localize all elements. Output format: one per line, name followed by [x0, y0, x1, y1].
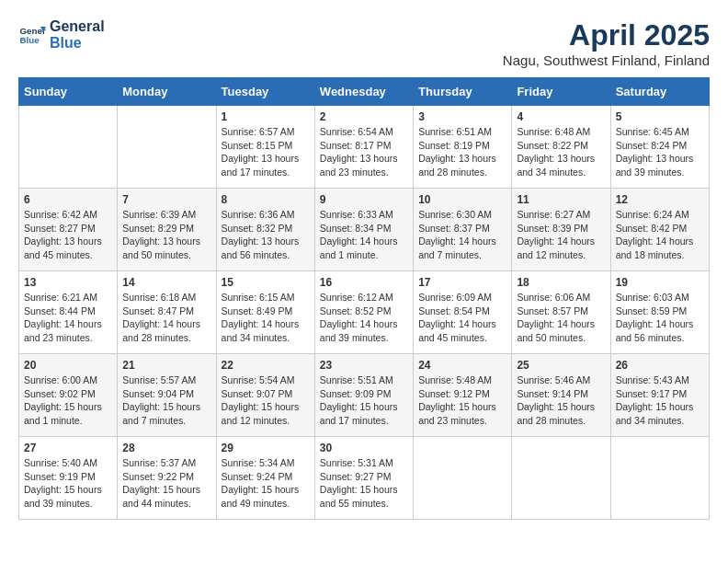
day-info: Sunrise: 6:09 AMSunset: 8:54 PMDaylight:…: [418, 291, 506, 345]
logo-general: General: [50, 18, 105, 35]
title-block: April 2025 Nagu, Southwest Finland, Finl…: [503, 18, 710, 68]
day-number: 17: [418, 276, 506, 289]
month-title: April 2025: [503, 18, 710, 52]
svg-text:Blue: Blue: [20, 35, 40, 45]
calendar-cell: 29Sunrise: 5:34 AMSunset: 9:24 PMDayligh…: [216, 437, 314, 520]
day-info: Sunrise: 6:30 AMSunset: 8:37 PMDaylight:…: [418, 208, 506, 262]
calendar-cell: 25Sunrise: 5:46 AMSunset: 9:14 PMDayligh…: [512, 354, 610, 437]
day-info: Sunrise: 6:15 AMSunset: 8:49 PMDaylight:…: [222, 291, 310, 345]
day-number: 6: [24, 193, 112, 206]
day-number: 1: [222, 110, 310, 123]
day-number: 18: [517, 276, 605, 289]
calendar-cell: [414, 437, 512, 520]
calendar-cell: 6Sunrise: 6:42 AMSunset: 8:27 PMDaylight…: [19, 189, 118, 271]
day-info: Sunrise: 6:24 AMSunset: 8:42 PMDaylight:…: [616, 208, 704, 262]
calendar-cell: 24Sunrise: 5:48 AMSunset: 9:12 PMDayligh…: [414, 354, 512, 437]
calendar-cell: 5Sunrise: 6:45 AMSunset: 8:24 PMDaylight…: [610, 106, 709, 189]
day-number: 16: [320, 276, 408, 289]
day-number: 29: [222, 442, 310, 454]
location: Nagu, Southwest Finland, Finland: [503, 52, 710, 68]
calendar-cell: 27Sunrise: 5:40 AMSunset: 9:19 PMDayligh…: [19, 437, 118, 520]
calendar-cell: 1Sunrise: 6:57 AMSunset: 8:15 PMDaylight…: [216, 106, 314, 189]
day-number: 26: [616, 359, 704, 372]
day-info: Sunrise: 6:42 AMSunset: 8:27 PMDaylight:…: [24, 208, 112, 262]
calendar-cell: 9Sunrise: 6:33 AMSunset: 8:34 PMDaylight…: [314, 189, 413, 271]
day-info: Sunrise: 6:03 AMSunset: 8:59 PMDaylight:…: [616, 291, 704, 345]
calendar-table: SundayMondayTuesdayWednesdayThursdayFrid…: [18, 77, 710, 520]
day-number: 15: [222, 276, 310, 289]
day-info: Sunrise: 6:36 AMSunset: 8:32 PMDaylight:…: [222, 208, 310, 262]
day-info: Sunrise: 5:46 AMSunset: 9:14 PMDaylight:…: [517, 373, 605, 428]
calendar-cell: 11Sunrise: 6:27 AMSunset: 8:39 PMDayligh…: [512, 189, 610, 271]
calendar-cell: [118, 106, 216, 189]
day-info: Sunrise: 6:00 AMSunset: 9:02 PMDaylight:…: [24, 373, 112, 428]
col-header-saturday: Saturday: [610, 78, 709, 106]
logo-icon: General Blue: [18, 21, 46, 49]
day-number: 21: [122, 359, 210, 372]
calendar-cell: 7Sunrise: 6:39 AMSunset: 8:29 PMDaylight…: [118, 189, 216, 271]
calendar-cell: 17Sunrise: 6:09 AMSunset: 8:54 PMDayligh…: [414, 271, 512, 354]
day-number: 11: [517, 193, 605, 206]
day-info: Sunrise: 5:43 AMSunset: 9:17 PMDaylight:…: [616, 373, 704, 428]
calendar-cell: 2Sunrise: 6:54 AMSunset: 8:17 PMDaylight…: [314, 106, 413, 189]
day-number: 8: [222, 193, 310, 206]
calendar-cell: 8Sunrise: 6:36 AMSunset: 8:32 PMDaylight…: [216, 189, 314, 271]
calendar-cell: 15Sunrise: 6:15 AMSunset: 8:49 PMDayligh…: [216, 271, 314, 354]
calendar-header-row: SundayMondayTuesdayWednesdayThursdayFrid…: [19, 78, 710, 106]
calendar-week-row: 20Sunrise: 6:00 AMSunset: 9:02 PMDayligh…: [19, 354, 710, 437]
day-number: 28: [122, 442, 210, 454]
calendar-cell: 28Sunrise: 5:37 AMSunset: 9:22 PMDayligh…: [118, 437, 216, 520]
day-number: 3: [418, 110, 506, 123]
calendar-cell: 26Sunrise: 5:43 AMSunset: 9:17 PMDayligh…: [610, 354, 709, 437]
day-info: Sunrise: 5:48 AMSunset: 9:12 PMDaylight:…: [418, 373, 506, 428]
day-number: 2: [320, 110, 408, 123]
day-info: Sunrise: 5:37 AMSunset: 9:22 PMDaylight:…: [122, 456, 210, 511]
calendar-cell: [610, 437, 709, 520]
col-header-friday: Friday: [512, 78, 610, 106]
col-header-tuesday: Tuesday: [216, 78, 314, 106]
day-info: Sunrise: 6:21 AMSunset: 8:44 PMDaylight:…: [24, 291, 112, 345]
calendar-cell: [19, 106, 118, 189]
calendar-cell: 13Sunrise: 6:21 AMSunset: 8:44 PMDayligh…: [19, 271, 118, 354]
day-number: 30: [320, 442, 408, 454]
day-number: 24: [418, 359, 506, 372]
day-info: Sunrise: 6:18 AMSunset: 8:47 PMDaylight:…: [122, 291, 210, 345]
col-header-monday: Monday: [118, 78, 216, 106]
calendar-cell: 18Sunrise: 6:06 AMSunset: 8:57 PMDayligh…: [512, 271, 610, 354]
day-info: Sunrise: 6:39 AMSunset: 8:29 PMDaylight:…: [122, 208, 210, 262]
calendar-cell: 22Sunrise: 5:54 AMSunset: 9:07 PMDayligh…: [216, 354, 314, 437]
day-info: Sunrise: 5:31 AMSunset: 9:27 PMDaylight:…: [320, 456, 408, 511]
calendar-cell: 10Sunrise: 6:30 AMSunset: 8:37 PMDayligh…: [414, 189, 512, 271]
day-number: 19: [616, 276, 704, 289]
day-number: 10: [418, 193, 506, 206]
day-info: Sunrise: 6:51 AMSunset: 8:19 PMDaylight:…: [418, 125, 506, 179]
day-number: 25: [517, 359, 605, 372]
day-number: 7: [122, 193, 210, 206]
calendar-cell: 23Sunrise: 5:51 AMSunset: 9:09 PMDayligh…: [314, 354, 413, 437]
calendar-week-row: 13Sunrise: 6:21 AMSunset: 8:44 PMDayligh…: [19, 271, 710, 354]
day-info: Sunrise: 6:06 AMSunset: 8:57 PMDaylight:…: [517, 291, 605, 345]
day-info: Sunrise: 5:40 AMSunset: 9:19 PMDaylight:…: [24, 456, 112, 511]
day-info: Sunrise: 5:54 AMSunset: 9:07 PMDaylight:…: [222, 373, 310, 428]
day-number: 14: [122, 276, 210, 289]
day-info: Sunrise: 6:33 AMSunset: 8:34 PMDaylight:…: [320, 208, 408, 262]
calendar-week-row: 1Sunrise: 6:57 AMSunset: 8:15 PMDaylight…: [19, 106, 710, 189]
day-number: 12: [616, 193, 704, 206]
calendar-cell: 14Sunrise: 6:18 AMSunset: 8:47 PMDayligh…: [118, 271, 216, 354]
calendar-cell: 20Sunrise: 6:00 AMSunset: 9:02 PMDayligh…: [19, 354, 118, 437]
col-header-thursday: Thursday: [414, 78, 512, 106]
logo: General Blue General Blue: [18, 18, 105, 51]
calendar-cell: 19Sunrise: 6:03 AMSunset: 8:59 PMDayligh…: [610, 271, 709, 354]
calendar-week-row: 6Sunrise: 6:42 AMSunset: 8:27 PMDaylight…: [19, 189, 710, 271]
calendar-cell: 30Sunrise: 5:31 AMSunset: 9:27 PMDayligh…: [314, 437, 413, 520]
day-info: Sunrise: 6:48 AMSunset: 8:22 PMDaylight:…: [517, 125, 605, 179]
calendar-cell: [512, 437, 610, 520]
day-info: Sunrise: 6:57 AMSunset: 8:15 PMDaylight:…: [222, 125, 310, 179]
col-header-sunday: Sunday: [19, 78, 118, 106]
day-number: 13: [24, 276, 112, 289]
calendar-cell: 16Sunrise: 6:12 AMSunset: 8:52 PMDayligh…: [314, 271, 413, 354]
day-info: Sunrise: 5:34 AMSunset: 9:24 PMDaylight:…: [222, 456, 310, 511]
day-number: 22: [222, 359, 310, 372]
calendar-cell: 3Sunrise: 6:51 AMSunset: 8:19 PMDaylight…: [414, 106, 512, 189]
page-header: General Blue General Blue April 2025 Nag…: [18, 18, 710, 68]
